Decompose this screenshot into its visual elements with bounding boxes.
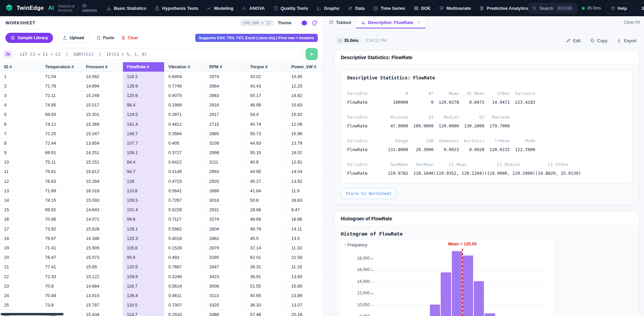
formula-input[interactable] <box>15 48 303 60</box>
cell[interactable]: 36.91 <box>246 272 287 281</box>
cell[interactable]: 148.7 <box>123 129 164 138</box>
cell[interactable]: 48.99 <box>246 100 287 110</box>
cell[interactable]: 20.16 <box>287 310 323 316</box>
cell[interactable]: 54.4 <box>246 110 287 119</box>
cell[interactable]: 74.15 <box>41 195 82 205</box>
cell[interactable]: 3274 <box>205 215 246 224</box>
cell[interactable]: 16 <box>0 215 41 224</box>
cell[interactable]: 55.15 <box>246 148 287 157</box>
cell[interactable]: 0.1989 <box>164 100 205 110</box>
cell[interactable]: 5 <box>0 110 41 119</box>
nav-item-data[interactable]: Data <box>348 6 365 11</box>
cell[interactable]: 0.3727 <box>164 148 205 157</box>
cell[interactable]: 11.33 <box>287 243 323 252</box>
cell[interactable]: 116.8 <box>123 243 164 252</box>
cell[interactable]: 79.67 <box>41 234 82 243</box>
cell[interactable]: 15.284 <box>82 176 123 186</box>
cell[interactable]: 94.6 <box>123 215 164 224</box>
session-button[interactable]: Session <box>637 3 644 14</box>
brand[interactable]: TwinEdgeAI <box>5 4 54 13</box>
cell[interactable]: 74.12 <box>41 119 82 129</box>
cell[interactable]: 45.5 <box>246 234 287 243</box>
cell[interactable]: 43.43 <box>246 81 287 91</box>
cell[interactable]: 13.07 <box>287 300 323 310</box>
cell[interactable]: 2916 <box>205 100 246 110</box>
cell[interactable]: 22 <box>0 272 41 281</box>
cell[interactable]: 0.3249 <box>164 272 205 281</box>
cell[interactable]: 15.369 <box>82 119 123 129</box>
theme-toggle[interactable] <box>295 20 308 26</box>
cell[interactable]: 15.017 <box>82 100 123 110</box>
cell[interactable]: 17 <box>0 224 41 234</box>
nav-item-multivariate[interactable]: Multivariate <box>439 6 471 11</box>
cell[interactable]: 57.46 <box>246 310 287 316</box>
cell[interactable]: 126.4 <box>123 291 164 300</box>
nav-item-anova[interactable]: ANOVA <box>242 6 265 11</box>
nav-item-predictive-analytics[interactable]: Predictive Analytics <box>479 6 528 11</box>
nav-item-graphs[interactable]: Graphs <box>316 6 339 11</box>
cell[interactable]: 41.84 <box>246 186 287 195</box>
cell[interactable]: 2863 <box>205 91 246 100</box>
cell[interactable]: 101.4 <box>123 205 164 215</box>
cell[interactable]: 13.5 <box>287 234 323 243</box>
column-header-flowrate-[interactable]: FlowRate # <box>123 62 164 72</box>
cell[interactable]: 70.8 <box>41 281 82 291</box>
cell[interactable]: 3113 <box>205 291 246 300</box>
cell[interactable]: 3018 <box>205 195 246 205</box>
cell[interactable]: 44.95 <box>246 167 287 176</box>
cell[interactable]: 0.4018 <box>164 234 205 243</box>
cell[interactable]: 70.49 <box>41 291 82 300</box>
cell[interactable]: 0.5982 <box>164 224 205 234</box>
cell[interactable]: 15.247 <box>82 129 123 138</box>
cell[interactable]: 14.562 <box>82 72 123 81</box>
cell[interactable]: 2885 <box>205 129 246 138</box>
cell[interactable]: 0.7117 <box>164 215 205 224</box>
column-header-torque-[interactable]: Torque # <box>246 62 287 72</box>
cell[interactable]: 110.8 <box>123 186 164 195</box>
column-header-vibration-[interactable]: Vibration # <box>164 62 205 72</box>
cell[interactable]: 13.79 <box>287 138 323 148</box>
cell[interactable]: 77.41 <box>41 262 82 272</box>
cell[interactable]: 69.91 <box>41 148 82 157</box>
cell[interactable]: 69.92 <box>41 205 82 215</box>
tab-descriptive-flowrate[interactable]: Descriptive: FlowRate <box>356 16 426 28</box>
cell[interactable]: 15.301 <box>82 110 123 119</box>
paste-button[interactable]: Paste <box>96 35 114 40</box>
cell[interactable]: 126.1 <box>123 224 164 234</box>
cell[interactable]: 15.251 <box>82 157 123 167</box>
palette-icon[interactable] <box>312 20 318 26</box>
column-header-pressure-[interactable]: Pressure # <box>82 62 123 72</box>
cell[interactable]: 21.58 <box>287 253 323 262</box>
cell[interactable]: 12.25 <box>287 81 323 91</box>
cell[interactable]: 0.6422 <box>164 157 205 167</box>
cell[interactable]: 71.89 <box>41 186 82 195</box>
cell[interactable]: 0.6404 <box>164 72 205 81</box>
cell[interactable]: 3368 <box>205 310 246 316</box>
cell[interactable]: 2817 <box>205 110 246 119</box>
cell[interactable]: 9 <box>0 148 41 157</box>
cell[interactable]: 2879 <box>205 243 246 252</box>
cell[interactable]: 0.5614 <box>164 281 205 291</box>
cell[interactable]: 15.85 <box>82 262 123 272</box>
cell[interactable]: 109.9 <box>123 272 164 281</box>
cell[interactable]: 15.65 <box>287 281 323 291</box>
cell[interactable]: 2715 <box>205 119 246 129</box>
cell[interactable]: 15.82 <box>287 110 323 119</box>
cell[interactable]: 40.65 <box>246 291 287 300</box>
cell[interactable]: 120.5 <box>123 262 164 272</box>
clear-button[interactable]: Clear <box>121 35 138 40</box>
cell[interactable]: 0.7307 <box>164 300 205 310</box>
cell[interactable]: 45.27 <box>246 176 287 186</box>
cell[interactable]: 72.25 <box>41 129 82 138</box>
nav-item-modeling[interactable]: Modeling <box>207 6 233 11</box>
cell[interactable]: 2864 <box>205 81 246 91</box>
cell[interactable]: 14.643 <box>82 205 123 215</box>
cell[interactable]: 15.434 <box>82 310 123 316</box>
nav-item-doe[interactable]: DOE <box>414 6 431 11</box>
tab-tabbed[interactable]: Tabbed <box>324 16 356 28</box>
cell[interactable]: 15.093 <box>82 195 123 205</box>
cell[interactable]: 72.44 <box>41 138 82 148</box>
nav-item-basic-statistics[interactable]: Basic Statistics <box>106 6 146 11</box>
cell[interactable]: 16.63 <box>287 195 323 205</box>
cell[interactable]: 126 <box>123 176 164 186</box>
